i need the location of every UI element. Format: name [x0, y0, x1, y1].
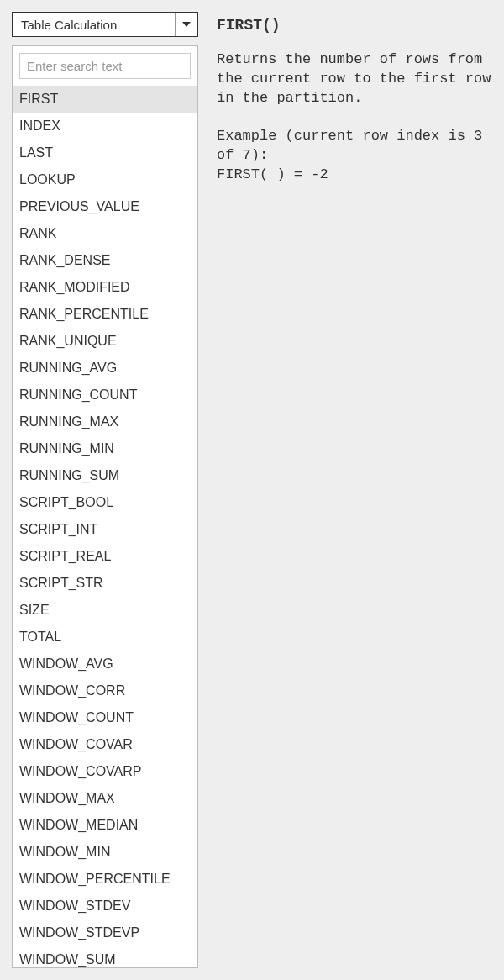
function-item[interactable]: RUNNING_AVG	[13, 355, 197, 382]
function-item[interactable]: SCRIPT_REAL	[13, 543, 197, 570]
function-item[interactable]: RANK_MODIFIED	[13, 274, 197, 301]
function-item[interactable]: INDEX	[13, 113, 197, 140]
function-item[interactable]: LOOKUP	[13, 166, 197, 193]
detail-title: FIRST()	[217, 17, 492, 34]
function-item[interactable]: RUNNING_SUM	[13, 462, 197, 489]
category-dropdown[interactable]: Table Calculation	[12, 12, 198, 37]
function-item[interactable]: WINDOW_STDEVP	[13, 919, 197, 946]
function-item[interactable]: WINDOW_COVARP	[13, 758, 197, 785]
function-item[interactable]: RUNNING_MAX	[13, 408, 197, 435]
function-item[interactable]: WINDOW_STDEV	[13, 893, 197, 919]
function-item[interactable]: WINDOW_AVG	[13, 651, 197, 677]
function-item[interactable]: WINDOW_CORR	[13, 677, 197, 704]
function-item[interactable]: SCRIPT_BOOL	[13, 489, 197, 516]
detail-panel: FIRST() Returns the number of rows from …	[217, 12, 492, 968]
function-list[interactable]: FIRSTINDEXLASTLOOKUPPREVIOUS_VALUERANKRA…	[13, 86, 197, 967]
dropdown-label: Table Calculation	[13, 13, 176, 36]
function-item[interactable]: RANK_UNIQUE	[13, 328, 197, 355]
function-item[interactable]: WINDOW_MIN	[13, 839, 197, 866]
function-item[interactable]: WINDOW_PERCENTILE	[13, 866, 197, 893]
function-item[interactable]: SCRIPT_STR	[13, 570, 197, 597]
function-item[interactable]: FIRST	[13, 86, 197, 113]
detail-description: Returns the number of rows from the curr…	[217, 50, 492, 108]
function-item[interactable]: SCRIPT_INT	[13, 516, 197, 543]
function-item[interactable]: PREVIOUS_VALUE	[13, 193, 197, 220]
function-item[interactable]: WINDOW_COUNT	[13, 704, 197, 731]
function-item[interactable]: WINDOW_MAX	[13, 785, 197, 812]
function-item[interactable]: RUNNING_COUNT	[13, 382, 197, 408]
function-item[interactable]: WINDOW_COVAR	[13, 731, 197, 758]
detail-example: Example (current row index is 3 of 7): F…	[217, 127, 492, 185]
function-item[interactable]: WINDOW_SUM	[13, 946, 197, 967]
left-panel: Table Calculation FIRSTINDEXLASTLOOKUPPR…	[12, 12, 198, 968]
function-item[interactable]: SIZE	[13, 597, 197, 624]
function-item[interactable]: WINDOW_MEDIAN	[13, 812, 197, 839]
function-item[interactable]: RUNNING_MIN	[13, 435, 197, 462]
function-list-container: FIRSTINDEXLASTLOOKUPPREVIOUS_VALUERANKRA…	[12, 45, 198, 968]
chevron-down-icon	[176, 13, 197, 36]
function-item[interactable]: TOTAL	[13, 624, 197, 651]
function-item[interactable]: RANK	[13, 220, 197, 247]
search-input[interactable]	[19, 53, 191, 79]
function-item[interactable]: RANK_PERCENTILE	[13, 301, 197, 328]
function-item[interactable]: RANK_DENSE	[13, 247, 197, 274]
function-item[interactable]: LAST	[13, 140, 197, 166]
